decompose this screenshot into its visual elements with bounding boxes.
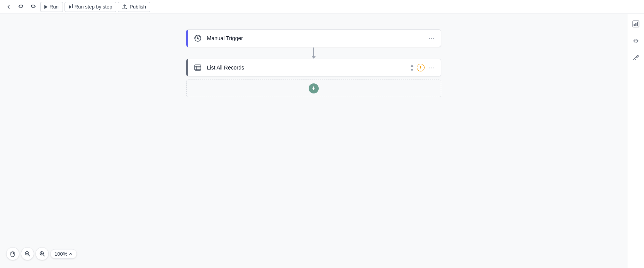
trigger-icon: [192, 33, 203, 44]
trigger-label: Manual Trigger: [207, 35, 427, 41]
step-play-icon: [69, 5, 73, 9]
warning-icon: !: [417, 64, 425, 71]
redo-button[interactable]: [28, 2, 39, 12]
svg-point-1: [197, 37, 199, 39]
sort-icon[interactable]: ▲ ▼: [410, 63, 415, 72]
zoom-level-pill[interactable]: 100%: [50, 249, 77, 259]
publish-label: Publish: [129, 4, 146, 10]
toolbar: Run Run step by step Publish: [0, 0, 644, 14]
back-button[interactable]: [3, 2, 14, 12]
right-sidebar: [627, 14, 644, 268]
action-node[interactable]: List All Records ▲ ▼ ! ⋯: [186, 59, 441, 76]
run-label: Run: [49, 4, 59, 10]
connector-arrow: [313, 47, 314, 59]
workflow-canvas: Manual Trigger ⋯ List All Records: [0, 14, 627, 268]
zoom-in-button[interactable]: [36, 247, 49, 260]
run-step-button[interactable]: Run step by step: [65, 2, 117, 12]
action-menu-icon[interactable]: ⋯: [427, 63, 436, 72]
publish-icon: [122, 4, 127, 10]
svg-rect-10: [637, 22, 638, 26]
trigger-menu-icon[interactable]: ⋯: [427, 34, 436, 43]
add-node-area[interactable]: +: [186, 80, 441, 97]
action-icon: [192, 62, 203, 73]
hand-tool-button[interactable]: [6, 247, 19, 260]
action-label: List All Records: [207, 64, 410, 71]
sidebar-icon-chart[interactable]: [630, 19, 641, 29]
chevron-up-icon: [69, 252, 73, 256]
workflow-column: Manual Trigger ⋯ List All Records: [186, 29, 441, 97]
undo-button[interactable]: [15, 2, 26, 12]
add-node-button[interactable]: +: [309, 83, 319, 93]
run-button[interactable]: Run: [40, 2, 63, 12]
connector-line: [313, 47, 314, 57]
action-controls: ▲ ▼ ! ⋯: [410, 63, 436, 72]
add-icon: +: [311, 85, 316, 93]
trigger-node[interactable]: Manual Trigger ⋯: [186, 29, 441, 47]
sidebar-icon-connect[interactable]: [630, 36, 641, 46]
zoom-out-button[interactable]: [21, 247, 34, 260]
zoom-level-text: 100%: [54, 251, 67, 257]
run-step-label: Run step by step: [75, 4, 112, 10]
sidebar-icon-telescope[interactable]: [630, 53, 641, 63]
bottom-controls: 100%: [6, 247, 77, 260]
svg-rect-8: [634, 24, 635, 26]
trigger-controls: ⋯: [427, 34, 436, 43]
connector-arrowhead: [312, 56, 316, 59]
publish-button[interactable]: Publish: [118, 2, 150, 12]
svg-rect-9: [635, 23, 636, 26]
play-icon: [44, 5, 48, 9]
